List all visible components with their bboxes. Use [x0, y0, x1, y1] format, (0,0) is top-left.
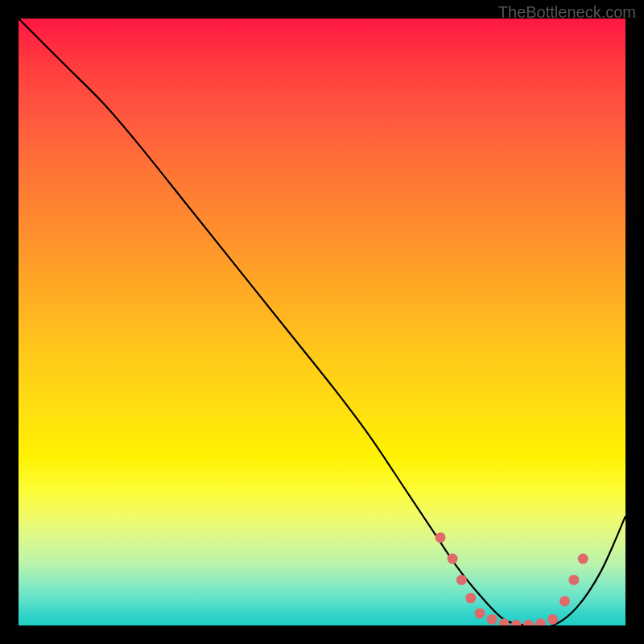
- chart-marker: [568, 575, 579, 585]
- chart-marker: [535, 618, 546, 625]
- chart-plot-area: [19, 19, 625, 625]
- chart-marker: [475, 608, 485, 618]
- chart-marker: [456, 575, 467, 585]
- chart-marker: [578, 554, 588, 564]
- chart-marker: [511, 620, 522, 625]
- chart-marker: [436, 532, 446, 543]
- chart-marker: [559, 596, 570, 606]
- chart-marker: [448, 554, 458, 564]
- chart-svg: [19, 19, 625, 625]
- chart-marker: [465, 593, 476, 604]
- chart-marker: [487, 614, 497, 625]
- watermark-text: TheBottleneck.com: [498, 3, 636, 22]
- bottleneck-curve-line: [19, 19, 625, 625]
- chart-marker: [523, 620, 534, 625]
- chart-marker: [499, 618, 510, 625]
- chart-markers: [436, 532, 588, 625]
- chart-marker: [547, 614, 558, 625]
